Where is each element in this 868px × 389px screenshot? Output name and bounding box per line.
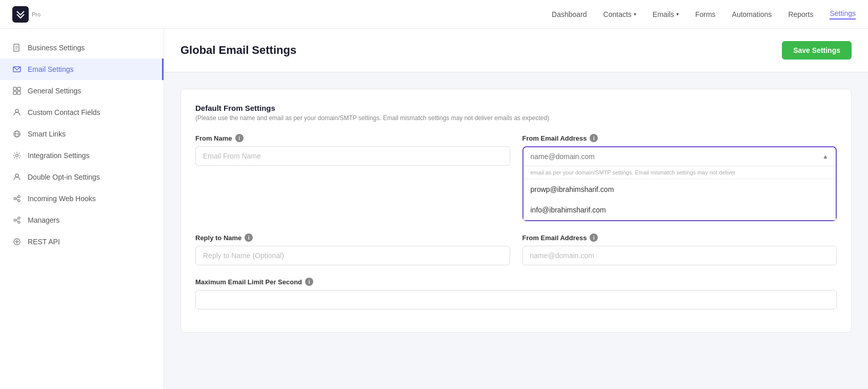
sidebar-label-general-settings: General Settings — [28, 87, 81, 95]
svg-point-9 — [15, 109, 18, 112]
max-email-info-icon: i — [305, 278, 313, 286]
reply-name-group: Reply to Name i — [195, 234, 510, 265]
from-row: From Name i From Email Address i — [195, 134, 837, 221]
email-icon — [12, 65, 22, 74]
nav-reports[interactable]: Reports — [788, 10, 813, 18]
gear-icon — [12, 151, 22, 160]
svg-point-16 — [18, 196, 20, 198]
logo: Pro — [12, 6, 41, 23]
nav-links: Dashboard Contacts ▾ Emails ▾ Forms Auto… — [552, 9, 856, 20]
file-icon — [12, 43, 22, 52]
svg-rect-8 — [17, 91, 21, 94]
reply-email-info-icon: i — [590, 234, 598, 242]
nav-settings[interactable]: Settings — [830, 9, 856, 20]
reply-row: Reply to Name i From Email Address i — [195, 234, 837, 265]
page-title: Global Email Settings — [180, 44, 296, 57]
sidebar-item-business-settings[interactable]: Business Settings — [0, 37, 164, 59]
from-email-label: From Email Address i — [522, 134, 837, 142]
sidebar-label-double-optin: Double Opt-in Settings — [28, 173, 100, 181]
emails-chevron: ▾ — [676, 11, 679, 17]
sidebar-label-business-settings: Business Settings — [28, 44, 85, 52]
svg-point-13 — [16, 154, 18, 157]
nav-contacts[interactable]: Contacts ▾ — [603, 10, 636, 18]
sidebar-label-rest-api: REST API — [28, 238, 60, 246]
sidebar-item-custom-contact-fields[interactable]: Custom Contact Fields — [0, 102, 164, 123]
from-email-input-row: ▲ — [523, 147, 836, 166]
sidebar-item-double-optin[interactable]: Double Opt-in Settings — [0, 166, 164, 188]
sidebar-item-smart-links[interactable]: Smart Links — [0, 123, 164, 145]
webhook-icon — [12, 194, 22, 203]
dropdown-option-1[interactable]: prowp@ibrahimsharif.com — [523, 179, 836, 200]
dropdown-option-2[interactable]: info@ibrahimsharif.com — [523, 200, 836, 220]
sidebar-label-email-settings: Email Settings — [28, 65, 73, 73]
reply-name-input[interactable] — [195, 246, 510, 265]
from-email-group: From Email Address i ▲ email as per your… — [522, 134, 837, 221]
sidebar-label-integration-settings: Integration Settings — [28, 151, 90, 160]
main-content: Global Email Settings Save Settings Defa… — [164, 29, 868, 389]
max-email-group: Maximum Email Limit Per Second i 15 — [195, 278, 837, 309]
max-email-label: Maximum Email Limit Per Second i — [195, 278, 837, 286]
grid-icon — [12, 86, 22, 95]
section-desc: (Please use the name and email as per yo… — [195, 114, 837, 122]
svg-point-20 — [14, 219, 16, 221]
from-name-info-icon: i — [235, 134, 244, 142]
from-name-input[interactable] — [195, 146, 510, 166]
reply-email-label: From Email Address i — [522, 234, 837, 242]
logo-icon — [12, 6, 29, 23]
nav-forms[interactable]: Forms — [695, 10, 716, 18]
pro-badge: Pro — [32, 11, 41, 17]
api-icon — [12, 237, 22, 246]
sidebar: Business Settings Email Settings Gen — [0, 29, 164, 389]
svg-rect-7 — [13, 91, 16, 94]
from-name-group: From Name i — [195, 134, 510, 221]
reply-name-label: Reply to Name i — [195, 234, 510, 242]
svg-point-15 — [14, 198, 16, 200]
sidebar-label-incoming-webhooks: Incoming Web Hooks — [28, 194, 96, 203]
svg-point-17 — [18, 200, 20, 202]
from-email-info-icon: i — [590, 134, 598, 142]
section-title: Default From Settings — [195, 104, 837, 112]
top-navigation: Pro Dashboard Contacts ▾ Emails ▾ Forms … — [0, 0, 868, 29]
form-card: Default From Settings (Please use the na… — [180, 89, 852, 333]
svg-line-18 — [16, 197, 18, 199]
max-email-input[interactable]: 15 — [195, 290, 837, 309]
user2-icon — [12, 172, 22, 182]
nav-dashboard[interactable]: Dashboard — [552, 10, 587, 18]
link-icon — [12, 129, 22, 139]
sidebar-item-general-settings[interactable]: General Settings — [0, 80, 164, 102]
sidebar-item-rest-api[interactable]: REST API — [0, 231, 164, 252]
user-icon — [12, 108, 22, 117]
dropdown-arrow-icon: ▲ — [822, 153, 829, 160]
sidebar-item-integration-settings[interactable]: Integration Settings — [0, 145, 164, 166]
sidebar-item-email-settings[interactable]: Email Settings — [0, 59, 164, 80]
sidebar-label-smart-links: Smart Links — [28, 130, 66, 138]
reply-name-info-icon: i — [245, 234, 253, 242]
svg-rect-6 — [17, 87, 21, 90]
main-layout: Business Settings Email Settings Gen — [0, 29, 868, 389]
page-header: Global Email Settings Save Settings — [164, 29, 868, 72]
form-area: Default From Settings (Please use the na… — [164, 72, 868, 349]
nav-emails[interactable]: Emails ▾ — [653, 10, 679, 18]
nav-automations[interactable]: Automations — [732, 10, 772, 18]
from-name-label: From Name i — [195, 134, 510, 142]
sidebar-label-managers: Managers — [28, 216, 59, 224]
reply-email-input[interactable] — [522, 246, 837, 265]
from-email-input[interactable] — [531, 152, 823, 161]
managers-icon — [12, 216, 22, 225]
reply-email-group: From Email Address i — [522, 234, 837, 265]
svg-line-19 — [16, 199, 18, 200]
sidebar-label-custom-contact-fields: Custom Contact Fields — [28, 108, 100, 116]
svg-point-14 — [15, 174, 18, 177]
from-email-dropdown[interactable]: ▲ email as per your domain/SMTP settings… — [522, 146, 837, 221]
svg-point-21 — [18, 217, 20, 219]
svg-point-22 — [18, 221, 20, 223]
dropdown-options: prowp@ibrahimsharif.com info@ibrahimshar… — [523, 179, 836, 220]
sidebar-item-managers[interactable]: Managers — [0, 209, 164, 231]
contacts-chevron: ▾ — [634, 11, 636, 17]
svg-line-24 — [16, 220, 18, 222]
save-settings-button[interactable]: Save Settings — [782, 41, 852, 60]
sidebar-item-incoming-webhooks[interactable]: Incoming Web Hooks — [0, 188, 164, 209]
svg-line-23 — [16, 219, 18, 220]
dropdown-hint-text: email as per your domain/SMTP settings. … — [523, 166, 836, 179]
svg-rect-5 — [13, 87, 16, 90]
